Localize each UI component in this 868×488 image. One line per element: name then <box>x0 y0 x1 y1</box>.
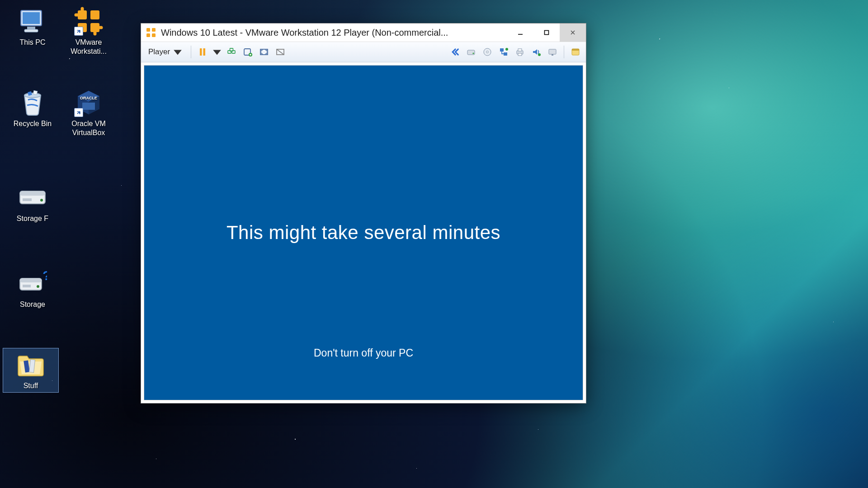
svg-rect-37 <box>203 48 206 56</box>
toolbar-separator <box>191 46 191 58</box>
svg-rect-5 <box>90 10 99 19</box>
svg-point-48 <box>472 52 474 54</box>
minimize-button[interactable] <box>507 23 533 42</box>
svg-rect-21 <box>20 278 42 282</box>
desktop-icon-label: This PC <box>20 38 46 47</box>
player-menu-label: Player <box>148 47 170 56</box>
fullscreen-button[interactable] <box>257 45 271 59</box>
svg-rect-17 <box>20 191 45 196</box>
svg-point-50 <box>486 51 488 53</box>
svg-marker-35 <box>174 50 182 55</box>
svg-text:ORACLE: ORACLE <box>80 96 97 100</box>
desktop-icon-label: Storage <box>20 300 45 309</box>
vmware-app-icon <box>146 27 156 38</box>
svg-rect-32 <box>545 31 549 35</box>
svg-point-8 <box>24 93 41 98</box>
shortcut-overlay-icon <box>74 108 83 117</box>
player-menu-button[interactable]: Player <box>145 45 186 59</box>
desktop-icon-storage-f[interactable]: Storage F <box>5 181 61 225</box>
svg-rect-29 <box>146 33 150 37</box>
power-menu-button[interactable] <box>212 45 222 59</box>
unity-button[interactable] <box>274 45 287 59</box>
desktop-icon-stuff[interactable]: Stuff <box>3 348 59 393</box>
svg-point-53 <box>505 48 508 51</box>
svg-rect-15 <box>82 103 95 110</box>
svg-rect-56 <box>518 53 522 56</box>
window-title: Windows 10 Latest - VMware Workstation 1… <box>161 28 507 38</box>
maximize-button[interactable] <box>533 23 560 42</box>
guest-screen: This might take several minutes Don't tu… <box>144 65 583 400</box>
expand-devices-button[interactable] <box>448 45 462 59</box>
svg-rect-59 <box>552 54 553 56</box>
setup-sub-message: Don't turn off your PC <box>314 347 413 359</box>
printer-device-icon[interactable] <box>513 45 527 59</box>
desktop-icon-storage[interactable]: ? Storage <box>5 267 61 311</box>
svg-rect-23 <box>23 285 31 287</box>
desktop-icon-label: Oracle VM VirtualBox <box>62 119 115 137</box>
send-ctrl-alt-del-button[interactable] <box>225 45 238 59</box>
folder-icon <box>16 350 45 379</box>
svg-rect-58 <box>549 49 556 54</box>
svg-rect-47 <box>467 50 475 55</box>
svg-rect-2 <box>27 27 35 29</box>
hard-disk-device-icon[interactable] <box>464 45 478 59</box>
svg-line-46 <box>277 49 284 55</box>
svg-rect-28 <box>152 28 156 32</box>
svg-rect-51 <box>500 48 504 52</box>
manage-button[interactable] <box>569 45 582 59</box>
svg-rect-10 <box>33 90 37 94</box>
desktop-icon-label: VMware Workstati... <box>62 38 115 56</box>
vmware-icon <box>74 7 103 36</box>
desktop-icon-this-pc[interactable]: This PC <box>5 5 61 49</box>
dropdown-icon <box>173 47 183 57</box>
svg-point-22 <box>37 285 39 288</box>
computer-icon <box>18 7 47 36</box>
desktop-icon-label: Recycle Bin <box>14 119 52 128</box>
toolbar: Player <box>141 42 586 62</box>
svg-text:?: ? <box>42 271 47 283</box>
display-device-icon[interactable] <box>546 45 559 59</box>
drive-icon <box>18 183 47 212</box>
svg-rect-55 <box>518 49 522 51</box>
svg-rect-3 <box>24 29 38 32</box>
svg-marker-38 <box>213 50 221 55</box>
network-device-icon[interactable] <box>497 45 510 59</box>
svg-rect-30 <box>152 33 156 37</box>
desktop-icon-label: Stuff <box>24 381 38 390</box>
titlebar[interactable]: Windows 10 Latest - VMware Workstation 1… <box>141 23 586 42</box>
sound-device-icon[interactable] <box>529 45 543 59</box>
shortcut-overlay-icon <box>74 27 83 36</box>
svg-rect-1 <box>23 12 40 24</box>
svg-rect-19 <box>23 198 32 201</box>
svg-point-57 <box>538 53 541 56</box>
pause-button[interactable] <box>196 45 209 59</box>
vmware-player-window[interactable]: Windows 10 Latest - VMware Workstation 1… <box>141 23 586 404</box>
setup-main-message: This might take several minutes <box>226 222 500 244</box>
snapshot-button[interactable] <box>241 45 255 59</box>
drive-help-icon: ? <box>18 269 47 298</box>
close-button[interactable] <box>560 23 586 42</box>
svg-rect-36 <box>200 48 202 56</box>
desktop[interactable]: This PC VMware Workstati... Recycle Bin … <box>0 0 868 488</box>
virtualbox-icon: ORACLE <box>74 88 103 117</box>
svg-rect-27 <box>146 28 150 32</box>
desktop-icon-recycle-bin[interactable]: Recycle Bin <box>5 86 61 131</box>
desktop-icon-virtualbox[interactable]: ORACLE Oracle VM VirtualBox <box>61 86 117 140</box>
desktop-icon-label: Storage F <box>17 214 48 223</box>
svg-point-18 <box>40 199 43 202</box>
desktop-icon-vmware[interactable]: VMware Workstati... <box>61 5 117 58</box>
cd-dvd-device-icon[interactable] <box>481 45 494 59</box>
toolbar-separator <box>564 46 564 58</box>
svg-rect-61 <box>572 49 579 51</box>
recycle-bin-icon <box>18 88 47 117</box>
svg-rect-52 <box>504 52 507 56</box>
